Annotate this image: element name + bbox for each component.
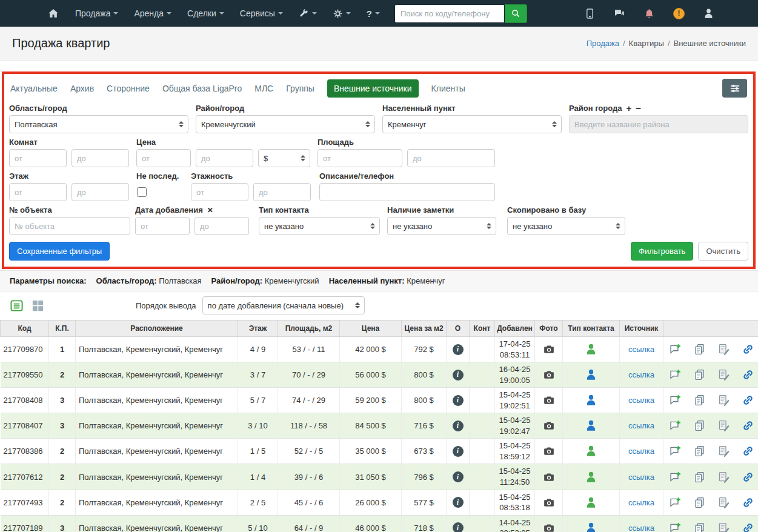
source-link[interactable]: ссылка <box>628 524 654 532</box>
menu-tools[interactable] <box>299 8 317 19</box>
external-link-icon[interactable] <box>742 522 754 532</box>
external-link-icon[interactable] <box>742 368 754 381</box>
contact-type-person-icon[interactable] <box>585 496 597 509</box>
copy-icon[interactable] <box>693 496 706 509</box>
external-link-icon[interactable] <box>742 496 754 509</box>
edit-document-icon[interactable] <box>717 496 730 509</box>
remove-district-icon[interactable]: − <box>636 104 641 113</box>
edit-document-icon[interactable] <box>717 343 730 356</box>
edit-document-icon[interactable] <box>717 522 730 532</box>
alert-icon[interactable]: ! <box>673 8 685 19</box>
tab-external-sources[interactable]: Внешние источники <box>327 79 419 98</box>
clear-date-icon[interactable]: ✕ <box>207 206 213 214</box>
tab-groups[interactable]: Группы <box>286 84 314 93</box>
copy-icon[interactable] <box>693 471 706 484</box>
add-comment-icon[interactable] <box>669 471 682 484</box>
price-to-input[interactable] <box>196 149 253 167</box>
photo-camera-icon[interactable] <box>542 471 556 484</box>
settlement-select[interactable]: Кременчуг <box>382 115 562 133</box>
contact-type-person-icon[interactable] <box>585 522 597 532</box>
info-icon[interactable]: i <box>453 497 464 508</box>
price-from-input[interactable] <box>136 149 191 167</box>
search-input[interactable] <box>394 4 505 23</box>
external-link-icon[interactable] <box>742 471 754 484</box>
source-link[interactable]: ссылка <box>628 498 654 507</box>
source-link[interactable]: ссылка <box>628 447 654 456</box>
photo-camera-icon[interactable] <box>542 445 556 457</box>
photo-camera-icon[interactable] <box>542 343 556 356</box>
tab-ligapro-base[interactable]: Общая база LigaPro <box>162 84 242 93</box>
date-from-input[interactable] <box>135 217 190 235</box>
edit-document-icon[interactable] <box>717 445 730 457</box>
tab-third-party[interactable]: Сторонние <box>107 84 150 93</box>
contact-type-person-icon[interactable] <box>585 368 597 381</box>
saved-filters-button[interactable]: Сохраненные фильтры <box>9 242 110 261</box>
add-comment-icon[interactable] <box>669 419 682 432</box>
info-icon[interactable]: i <box>453 395 464 406</box>
breadcrumb-sales[interactable]: Продажа <box>587 39 619 48</box>
add-comment-icon[interactable] <box>669 522 682 532</box>
info-icon[interactable]: i <box>453 344 464 355</box>
external-link-icon[interactable] <box>742 343 754 356</box>
add-district-icon[interactable]: + <box>627 104 632 113</box>
info-icon[interactable]: i <box>453 471 464 482</box>
list-view-icon[interactable] <box>10 299 24 313</box>
menu-deals[interactable]: Сделки <box>187 8 224 18</box>
currency-select[interactable]: $ <box>258 149 310 167</box>
add-comment-icon[interactable] <box>669 445 682 457</box>
add-comment-icon[interactable] <box>669 368 682 381</box>
notifications-bell-icon[interactable] <box>643 8 655 19</box>
rooms-from-input[interactable] <box>9 149 67 167</box>
copy-icon[interactable] <box>693 368 706 381</box>
edit-document-icon[interactable] <box>717 419 730 432</box>
source-link[interactable]: ссылка <box>628 370 654 379</box>
contact-type-person-icon[interactable] <box>585 343 597 356</box>
filter-settings-button[interactable] <box>722 79 747 98</box>
date-to-input[interactable] <box>194 217 249 235</box>
floors-total-from-input[interactable] <box>191 183 248 201</box>
copy-icon[interactable] <box>693 343 706 356</box>
district-select[interactable]: Кременчугский <box>196 115 375 133</box>
add-comment-icon[interactable] <box>669 496 682 509</box>
source-link[interactable]: ссылка <box>628 396 654 405</box>
photo-camera-icon[interactable] <box>542 394 556 407</box>
edit-document-icon[interactable] <box>717 394 730 407</box>
home-icon[interactable] <box>47 7 59 19</box>
tab-actual[interactable]: Актуальные <box>10 84 58 93</box>
docs-icon[interactable] <box>584 8 596 19</box>
clear-button[interactable]: Очистить <box>698 242 748 261</box>
copy-icon[interactable] <box>693 394 706 407</box>
source-link[interactable]: ссылка <box>628 421 654 430</box>
menu-services[interactable]: Сервисы <box>240 8 283 18</box>
tab-mls[interactable]: МЛС <box>254 84 273 93</box>
menu-help[interactable]: ? <box>367 8 380 19</box>
photo-camera-icon[interactable] <box>542 496 556 509</box>
floor-to-input[interactable] <box>71 183 129 201</box>
object-id-input[interactable] <box>9 217 130 235</box>
floor-from-input[interactable] <box>9 183 67 201</box>
external-link-icon[interactable] <box>742 445 754 457</box>
order-select[interactable]: по дате добавления (сначала новые) <box>202 296 365 314</box>
region-select[interactable]: Полтавская <box>9 115 188 133</box>
account-icon[interactable] <box>703 8 714 19</box>
photo-camera-icon[interactable] <box>542 368 556 381</box>
description-phone-input[interactable] <box>319 183 495 201</box>
photo-camera-icon[interactable] <box>542 522 556 532</box>
grid-view-icon[interactable] <box>31 299 45 313</box>
copy-icon[interactable] <box>693 445 706 457</box>
source-link[interactable]: ссылка <box>628 473 654 482</box>
external-link-icon[interactable] <box>742 419 754 432</box>
contact-type-person-icon[interactable] <box>585 394 597 407</box>
not-last-floor-checkbox[interactable] <box>137 187 147 197</box>
menu-rent[interactable]: Аренда <box>134 8 171 18</box>
info-icon[interactable]: i <box>453 522 464 532</box>
copied-select[interactable]: не указано <box>507 217 625 235</box>
contact-type-person-icon[interactable] <box>585 471 597 484</box>
filter-button[interactable]: Фильтровать <box>631 242 693 261</box>
edit-document-icon[interactable] <box>717 471 730 484</box>
city-district-input[interactable] <box>569 115 748 133</box>
breadcrumb-apartments[interactable]: Квартиры <box>629 39 664 48</box>
add-comment-icon[interactable] <box>669 343 682 356</box>
menu-sales[interactable]: Продажа <box>75 8 118 18</box>
tab-archive[interactable]: Архив <box>70 84 94 93</box>
